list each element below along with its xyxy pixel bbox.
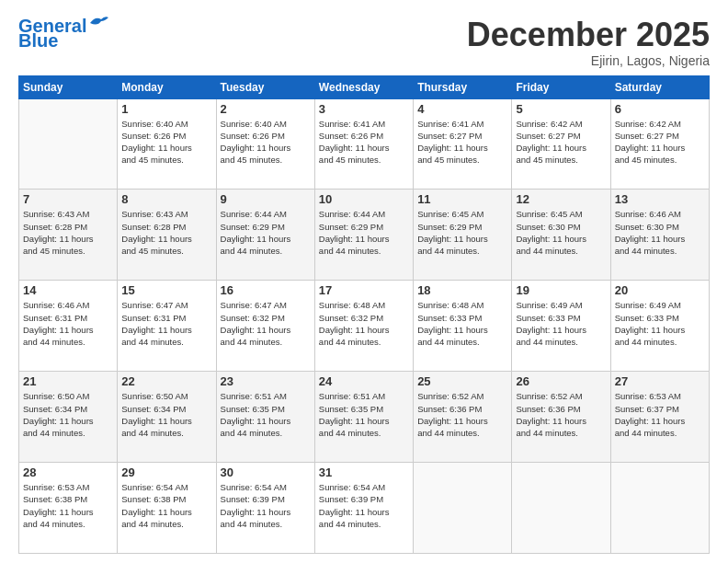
day-info: Sunrise: 6:54 AMSunset: 6:39 PMDaylight:… [221, 481, 311, 530]
logo-blue: Blue [18, 31, 108, 50]
day-info: Sunrise: 6:42 AMSunset: 6:27 PMDaylight:… [516, 118, 606, 167]
calendar-header-row: SundayMondayTuesdayWednesdayThursdayFrid… [19, 75, 710, 98]
calendar-week-row: 7Sunrise: 6:43 AMSunset: 6:28 PMDaylight… [19, 190, 710, 281]
day-number: 21 [23, 374, 113, 388]
calendar-week-row: 21Sunrise: 6:50 AMSunset: 6:34 PMDayligh… [19, 372, 710, 463]
day-info: Sunrise: 6:47 AMSunset: 6:31 PMDaylight:… [121, 299, 211, 348]
day-info: Sunrise: 6:46 AMSunset: 6:31 PMDaylight:… [23, 299, 113, 348]
day-info: Sunrise: 6:51 AMSunset: 6:35 PMDaylight:… [221, 390, 311, 439]
calendar-cell: 13Sunrise: 6:46 AMSunset: 6:30 PMDayligh… [610, 190, 709, 281]
day-number: 27 [615, 374, 705, 388]
calendar-week-row: 14Sunrise: 6:46 AMSunset: 6:31 PMDayligh… [19, 281, 710, 372]
day-info: Sunrise: 6:49 AMSunset: 6:33 PMDaylight:… [615, 299, 705, 348]
day-info: Sunrise: 6:52 AMSunset: 6:36 PMDaylight:… [516, 390, 606, 439]
calendar-cell: 3Sunrise: 6:41 AMSunset: 6:26 PMDaylight… [314, 98, 413, 190]
calendar-cell [610, 463, 709, 554]
day-number: 11 [417, 192, 507, 206]
page: General Blue December 2025 Ejirin, Lagos… [0, 0, 728, 563]
day-info: Sunrise: 6:51 AMSunset: 6:35 PMDaylight:… [319, 390, 409, 439]
day-number: 1 [121, 102, 211, 116]
day-info: Sunrise: 6:54 AMSunset: 6:39 PMDaylight:… [319, 481, 409, 530]
day-info: Sunrise: 6:54 AMSunset: 6:38 PMDaylight:… [121, 481, 211, 530]
day-info: Sunrise: 6:44 AMSunset: 6:29 PMDaylight:… [319, 208, 409, 257]
day-number: 17 [319, 283, 409, 297]
calendar-day-header: Monday [118, 75, 216, 98]
calendar-cell: 24Sunrise: 6:51 AMSunset: 6:35 PMDayligh… [314, 372, 413, 463]
calendar-cell: 12Sunrise: 6:45 AMSunset: 6:30 PMDayligh… [512, 190, 610, 281]
calendar-cell: 8Sunrise: 6:43 AMSunset: 6:28 PMDaylight… [118, 190, 216, 281]
day-number: 9 [221, 192, 311, 206]
calendar-title: December 2025 [467, 17, 710, 53]
day-info: Sunrise: 6:50 AMSunset: 6:34 PMDaylight:… [121, 390, 211, 439]
day-info: Sunrise: 6:40 AMSunset: 6:26 PMDaylight:… [221, 118, 311, 167]
calendar-cell: 5Sunrise: 6:42 AMSunset: 6:27 PMDaylight… [512, 98, 610, 190]
calendar-week-row: 28Sunrise: 6:53 AMSunset: 6:38 PMDayligh… [19, 463, 710, 554]
day-number: 10 [319, 192, 409, 206]
calendar-day-header: Saturday [610, 75, 709, 98]
day-info: Sunrise: 6:41 AMSunset: 6:26 PMDaylight:… [319, 118, 409, 167]
header: General Blue December 2025 Ejirin, Lagos… [18, 17, 710, 68]
calendar-cell: 16Sunrise: 6:47 AMSunset: 6:32 PMDayligh… [216, 281, 314, 372]
calendar-cell: 9Sunrise: 6:44 AMSunset: 6:29 PMDaylight… [216, 190, 314, 281]
calendar-day-header: Wednesday [314, 75, 413, 98]
day-number: 8 [121, 192, 211, 206]
day-number: 4 [417, 102, 507, 116]
calendar-cell: 27Sunrise: 6:53 AMSunset: 6:37 PMDayligh… [610, 372, 709, 463]
calendar-day-header: Tuesday [216, 75, 314, 98]
calendar-cell: 29Sunrise: 6:54 AMSunset: 6:38 PMDayligh… [118, 463, 216, 554]
day-number: 22 [121, 374, 211, 388]
day-info: Sunrise: 6:52 AMSunset: 6:36 PMDaylight:… [417, 390, 507, 439]
calendar-cell [19, 98, 118, 190]
calendar-cell: 15Sunrise: 6:47 AMSunset: 6:31 PMDayligh… [118, 281, 216, 372]
calendar-cell: 10Sunrise: 6:44 AMSunset: 6:29 PMDayligh… [314, 190, 413, 281]
logo-bird-icon [88, 14, 108, 30]
day-number: 18 [417, 283, 507, 297]
day-number: 25 [417, 374, 507, 388]
calendar-cell: 11Sunrise: 6:45 AMSunset: 6:29 PMDayligh… [414, 190, 512, 281]
day-number: 29 [121, 465, 211, 479]
day-number: 30 [221, 465, 311, 479]
day-number: 24 [319, 374, 409, 388]
day-number: 28 [23, 465, 113, 479]
day-info: Sunrise: 6:43 AMSunset: 6:28 PMDaylight:… [23, 208, 113, 257]
day-number: 15 [121, 283, 211, 297]
calendar-cell: 14Sunrise: 6:46 AMSunset: 6:31 PMDayligh… [19, 281, 118, 372]
calendar-subtitle: Ejirin, Lagos, Nigeria [467, 53, 710, 68]
day-number: 5 [516, 102, 606, 116]
calendar-day-header: Sunday [19, 75, 118, 98]
day-number: 3 [319, 102, 409, 116]
day-number: 14 [23, 283, 113, 297]
day-info: Sunrise: 6:49 AMSunset: 6:33 PMDaylight:… [516, 299, 606, 348]
calendar-cell: 4Sunrise: 6:41 AMSunset: 6:27 PMDaylight… [414, 98, 512, 190]
calendar-cell: 17Sunrise: 6:48 AMSunset: 6:32 PMDayligh… [314, 281, 413, 372]
calendar-cell: 28Sunrise: 6:53 AMSunset: 6:38 PMDayligh… [19, 463, 118, 554]
calendar-cell: 20Sunrise: 6:49 AMSunset: 6:33 PMDayligh… [610, 281, 709, 372]
day-number: 16 [221, 283, 311, 297]
day-info: Sunrise: 6:41 AMSunset: 6:27 PMDaylight:… [417, 118, 507, 167]
calendar-cell: 21Sunrise: 6:50 AMSunset: 6:34 PMDayligh… [19, 372, 118, 463]
day-info: Sunrise: 6:46 AMSunset: 6:30 PMDaylight:… [615, 208, 705, 257]
calendar-table: SundayMondayTuesdayWednesdayThursdayFrid… [18, 75, 710, 554]
calendar-cell: 18Sunrise: 6:48 AMSunset: 6:33 PMDayligh… [414, 281, 512, 372]
day-info: Sunrise: 6:53 AMSunset: 6:37 PMDaylight:… [615, 390, 705, 439]
calendar-cell: 7Sunrise: 6:43 AMSunset: 6:28 PMDaylight… [19, 190, 118, 281]
title-block: December 2025 Ejirin, Lagos, Nigeria [467, 17, 710, 68]
day-number: 2 [221, 102, 311, 116]
calendar-cell [512, 463, 610, 554]
day-info: Sunrise: 6:43 AMSunset: 6:28 PMDaylight:… [121, 208, 211, 257]
day-number: 6 [615, 102, 705, 116]
calendar-cell: 25Sunrise: 6:52 AMSunset: 6:36 PMDayligh… [414, 372, 512, 463]
calendar-cell: 22Sunrise: 6:50 AMSunset: 6:34 PMDayligh… [118, 372, 216, 463]
day-info: Sunrise: 6:44 AMSunset: 6:29 PMDaylight:… [221, 208, 311, 257]
calendar-cell: 2Sunrise: 6:40 AMSunset: 6:26 PMDaylight… [216, 98, 314, 190]
calendar-cell: 26Sunrise: 6:52 AMSunset: 6:36 PMDayligh… [512, 372, 610, 463]
calendar-cell: 31Sunrise: 6:54 AMSunset: 6:39 PMDayligh… [314, 463, 413, 554]
day-info: Sunrise: 6:50 AMSunset: 6:34 PMDaylight:… [23, 390, 113, 439]
calendar-day-header: Thursday [414, 75, 512, 98]
day-number: 7 [23, 192, 113, 206]
day-number: 13 [615, 192, 705, 206]
day-info: Sunrise: 6:48 AMSunset: 6:33 PMDaylight:… [417, 299, 507, 348]
calendar-cell: 1Sunrise: 6:40 AMSunset: 6:26 PMDaylight… [118, 98, 216, 190]
calendar-cell [414, 463, 512, 554]
calendar-cell: 19Sunrise: 6:49 AMSunset: 6:33 PMDayligh… [512, 281, 610, 372]
